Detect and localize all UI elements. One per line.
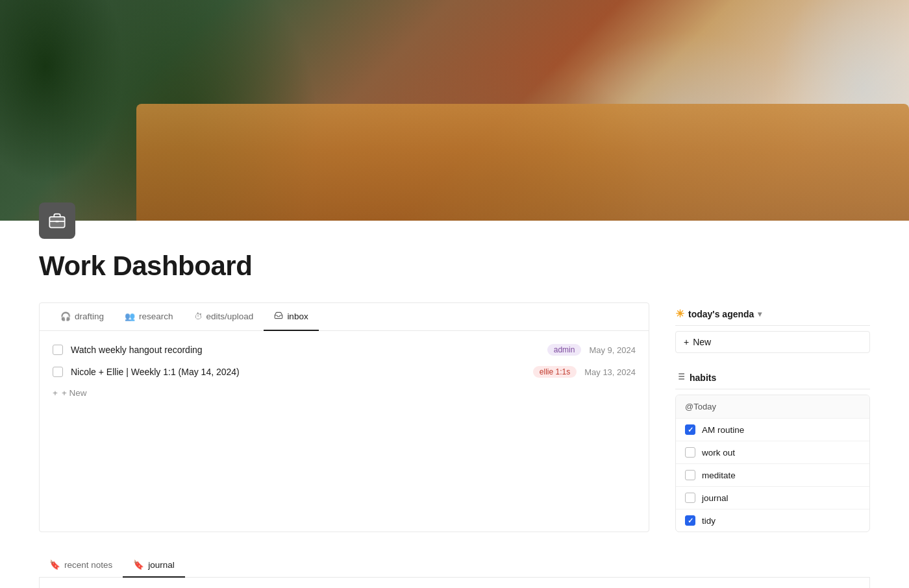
page-title: Work Dashboard bbox=[39, 251, 870, 282]
list-icon bbox=[675, 371, 686, 384]
tab-drafting[interactable]: 🎧 drafting bbox=[50, 304, 114, 330]
habits-header: habits bbox=[675, 366, 870, 389]
task-date-1: May 9, 2024 bbox=[589, 345, 636, 355]
chevron-down-icon: ▾ bbox=[758, 310, 762, 319]
page-title-area: Work Dashboard bbox=[0, 239, 909, 302]
habits-title: habits bbox=[690, 373, 716, 383]
task-row: Watch weekly hangout recording admin May… bbox=[50, 339, 638, 361]
hero-banner bbox=[0, 0, 909, 221]
sun-icon: ☀ bbox=[675, 308, 684, 320]
main-content: 🎧 drafting 👥 research ⏱ edits/upload bbox=[0, 302, 909, 532]
new-task-button[interactable]: + + New bbox=[50, 383, 638, 403]
plus-icon: + bbox=[53, 388, 58, 398]
task-row: Nicole + Ellie | Weekly 1:1 (May 14, 202… bbox=[50, 361, 638, 383]
tab-journal-label: journal bbox=[148, 560, 175, 570]
habit-checkbox-meditate[interactable] bbox=[685, 470, 695, 480]
habits-section: habits @Today AM routine work out bbox=[675, 366, 870, 532]
agenda-new-label: New bbox=[693, 337, 711, 347]
bottom-content: + + New bbox=[39, 578, 870, 588]
habit-checkbox-journal[interactable] bbox=[685, 493, 695, 503]
task-list: Watch weekly hangout recording admin May… bbox=[40, 331, 649, 411]
habit-checkbox-tidy[interactable] bbox=[685, 515, 695, 526]
plus-icon: + bbox=[684, 337, 689, 347]
agenda-title-label: today's agenda bbox=[688, 309, 754, 319]
page-icon bbox=[39, 202, 75, 239]
habit-item: work out bbox=[676, 441, 869, 464]
tab-inbox-label: inbox bbox=[287, 312, 308, 321]
task-meta-1: admin May 9, 2024 bbox=[547, 344, 636, 356]
tab-research-label: research bbox=[139, 312, 173, 321]
tag-ellie: ellie 1:1s bbox=[533, 366, 577, 378]
agenda-title: ☀ today's agenda ▾ bbox=[675, 308, 762, 320]
habits-at-today: @Today bbox=[676, 395, 869, 419]
task-checkbox-2[interactable] bbox=[53, 367, 63, 377]
habit-checkbox-am-routine[interactable] bbox=[685, 424, 695, 435]
page-wrapper: Work Dashboard 🎧 drafting 👥 research ⏱ e… bbox=[0, 0, 909, 588]
tabs-bar: 🎧 drafting 👥 research ⏱ edits/upload bbox=[40, 303, 649, 331]
people-icon: 👥 bbox=[125, 312, 135, 321]
task-meta-2: ellie 1:1s May 13, 2024 bbox=[533, 366, 636, 378]
bookmark-icon: 🔖 bbox=[49, 559, 60, 570]
tab-recent-notes[interactable]: 🔖 recent notes bbox=[39, 553, 123, 578]
agenda-new-button[interactable]: + New bbox=[675, 331, 870, 353]
task-checkbox-1[interactable] bbox=[53, 345, 63, 355]
agenda-header: ☀ today's agenda ▾ bbox=[675, 302, 870, 326]
habits-card: @Today AM routine work out meditate bbox=[675, 395, 870, 532]
inbox-icon bbox=[274, 311, 283, 322]
habit-item: meditate bbox=[676, 464, 869, 487]
bookmark-filled-icon: 🔖 bbox=[133, 559, 144, 570]
tab-edits-label: edits/upload bbox=[206, 312, 254, 321]
page-icon-area bbox=[0, 202, 909, 239]
clock-icon: ⏱ bbox=[194, 312, 203, 321]
right-panel: ☀ today's agenda ▾ + New bbox=[675, 302, 870, 532]
task-title-1: Watch weekly hangout recording bbox=[71, 345, 540, 355]
habit-label-tidy: tidy bbox=[702, 516, 716, 526]
new-task-label: + New bbox=[62, 388, 87, 398]
habit-label-journal: journal bbox=[702, 493, 728, 503]
tab-journal[interactable]: 🔖 journal bbox=[123, 553, 185, 578]
tag-admin: admin bbox=[547, 344, 582, 356]
headphones-icon: 🎧 bbox=[60, 312, 71, 321]
habit-item: journal bbox=[676, 487, 869, 509]
task-title-2: Nicole + Ellie | Weekly 1:1 (May 14, 202… bbox=[71, 367, 525, 377]
bottom-section: 🔖 recent notes 🔖 journal + + New bbox=[0, 553, 909, 588]
tab-research[interactable]: 👥 research bbox=[114, 304, 184, 330]
tab-edits-upload[interactable]: ⏱ edits/upload bbox=[184, 304, 264, 330]
habit-label-work-out: work out bbox=[702, 448, 735, 458]
habit-checkbox-work-out[interactable] bbox=[685, 447, 695, 458]
left-panel: 🎧 drafting 👥 research ⏱ edits/upload bbox=[39, 302, 649, 532]
tab-inbox[interactable]: inbox bbox=[264, 303, 318, 331]
bottom-tabs-bar: 🔖 recent notes 🔖 journal bbox=[39, 553, 870, 578]
habit-label-meditate: meditate bbox=[702, 471, 736, 480]
habit-item: tidy bbox=[676, 509, 869, 532]
tab-recent-notes-label: recent notes bbox=[64, 560, 112, 570]
tab-drafting-label: drafting bbox=[75, 312, 104, 321]
habit-item: AM routine bbox=[676, 419, 869, 441]
task-date-2: May 13, 2024 bbox=[584, 367, 636, 377]
habit-label-am-routine: AM routine bbox=[702, 425, 744, 435]
